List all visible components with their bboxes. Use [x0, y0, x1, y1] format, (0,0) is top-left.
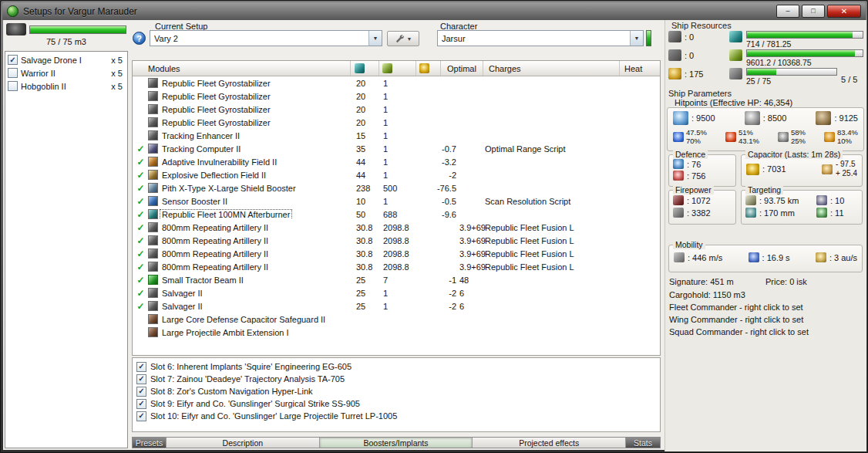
title-bar[interactable]: Setups for Vargur Marauder – □ ✕	[2, 2, 866, 20]
module-icon	[148, 262, 158, 272]
module-row[interactable]: Salvager II 25 1 -2 6	[133, 286, 660, 299]
capacitor-group: Capacitor (Lasts: 1m 28s) : 7031 - 97.5 …	[741, 154, 863, 187]
module-row[interactable]: Republic Fleet 100MN Afterburner 50 688 …	[133, 208, 660, 221]
window-controls: – □ ✕	[776, 5, 861, 18]
module-row[interactable]: 800mm Repeating Artillery II 30.8 2098.8…	[133, 247, 660, 260]
drone-name: Salvage Drone I	[21, 56, 82, 65]
module-active-check-icon	[136, 262, 146, 272]
module-row[interactable]: 800mm Repeating Artillery II 30.8 2098.8…	[133, 221, 660, 234]
price-text: Price: 0 isk	[765, 277, 807, 286]
module-row[interactable]: 800mm Repeating Artillery II 30.8 2098.8…	[133, 260, 660, 273]
scan-resolution-icon	[745, 208, 756, 218]
warp-speed-icon	[816, 252, 826, 262]
module-active-check-icon	[136, 249, 146, 259]
module-row[interactable]: Large Core Defense Capacitor Safeguard I…	[133, 313, 660, 326]
chevron-down-icon[interactable]	[368, 31, 382, 46]
implant-row[interactable]: Slot 10: Eifyr and Co. 'Gunslinger' Larg…	[134, 410, 658, 422]
module-optimal: 6	[456, 289, 484, 298]
modules-column-header[interactable]: Modules	[133, 61, 351, 76]
module-row[interactable]: 800mm Repeating Artillery II 30.8 2098.8…	[133, 234, 660, 247]
character-select[interactable]: Jarsur	[437, 30, 644, 46]
wing-commander-text[interactable]: Wing Commander - right click to set	[669, 315, 803, 324]
volley-icon	[673, 208, 684, 218]
module-active-check-icon	[136, 223, 146, 232]
module-powergrid: 688	[379, 210, 416, 219]
dps-icon	[673, 195, 684, 205]
resist-cell: 51% 43.1%	[725, 128, 759, 146]
ship-stats-panel: Ship Resources : 0 714 / 781.25 : 0 9601	[664, 20, 866, 451]
module-charge: Scan Resolution Script	[484, 197, 619, 206]
bottom-tab[interactable]: Projected effects	[473, 438, 626, 448]
drone-checkbox[interactable]	[8, 68, 18, 78]
bottom-tab[interactable]: Description	[167, 438, 320, 448]
current-setup-select[interactable]: Vary 2	[150, 30, 382, 46]
drone-bay-capacity: 75 / 75 m3	[5, 37, 128, 48]
drone-list-item[interactable]: Salvage Drone I x 5	[6, 53, 126, 66]
defence-value: : 756	[687, 171, 705, 181]
squad-commander-text[interactable]: Squad Commander - right click to set	[669, 327, 809, 336]
module-row[interactable]: Pith X-Type X-Large Shield Booster 238 5…	[133, 181, 660, 194]
heat-column-header[interactable]: Heat	[620, 61, 660, 76]
maximize-button[interactable]: □	[802, 5, 825, 18]
implant-checkbox[interactable]	[136, 374, 146, 384]
module-row[interactable]: Tracking Enhancer II 15 1	[133, 129, 660, 142]
help-icon[interactable]	[133, 32, 146, 45]
armor-resist-value: 10%	[837, 137, 858, 145]
module-row[interactable]: Small Tractor Beam II 25 7 -1 48	[133, 273, 660, 286]
implant-checkbox[interactable]	[136, 387, 146, 397]
sensor-strength-icon	[816, 208, 827, 218]
module-cap-use: -3.2	[416, 157, 456, 167]
bottom-tab[interactable]: Stats	[626, 438, 660, 448]
module-row[interactable]: Republic Fleet Gyrostabilizer 20 1	[133, 116, 660, 129]
window-frame: Setups for Vargur Marauder – □ ✕ 75 / 75…	[0, 0, 868, 453]
module-row[interactable]: Tracking Computer II 35 1 -0.7 Optimal R…	[133, 142, 660, 155]
bottom-tab[interactable]: Presets	[133, 438, 167, 448]
chevron-down-icon[interactable]	[630, 31, 643, 46]
implant-row[interactable]: Slot 7: Zainou 'Deadeye' Trajectory Anal…	[134, 373, 658, 385]
implant-row[interactable]: Slot 6: Inherent Implants 'Squire' Engin…	[134, 360, 658, 373]
turret-slots-value: : 0	[685, 32, 694, 42]
module-row[interactable]: Republic Fleet Gyrostabilizer 20 1	[133, 90, 660, 103]
module-icon	[148, 104, 158, 114]
hull-icon	[816, 111, 831, 125]
drone-checkbox[interactable]	[8, 81, 18, 91]
module-row[interactable]: Salvager II 25 1 -2 6	[133, 299, 660, 313]
module-name: Republic Fleet Gyrostabilizer	[160, 79, 272, 88]
drone-list[interactable]: Salvage Drone I x 5 Warrior II x 5 Hobgo…	[5, 51, 128, 448]
mobility-title: Mobility	[673, 240, 705, 249]
implant-checkbox[interactable]	[136, 362, 146, 372]
armor-resist-value: 43.1%	[738, 137, 759, 145]
implant-row[interactable]: Slot 8: Zor's Custom Navigation Hyper-Li…	[134, 385, 658, 397]
module-icon	[148, 288, 158, 298]
window-title: Setups for Vargur Marauder	[23, 6, 137, 17]
drone-list-item[interactable]: Hobgoblin II x 5	[6, 79, 126, 93]
close-button[interactable]: ✕	[827, 5, 861, 18]
drone-checkbox[interactable]	[8, 55, 18, 65]
module-powergrid: 1	[379, 118, 416, 127]
minimize-button[interactable]: –	[776, 5, 799, 18]
shield-resist-value: 51%	[738, 128, 759, 137]
target-range-value: : 93.75 km	[759, 196, 799, 205]
module-row[interactable]: Republic Fleet Gyrostabilizer 20 1	[133, 76, 660, 90]
optimal-column-header[interactable]: Optimal	[441, 61, 483, 76]
module-row[interactable]: Large Projectile Ambit Extension I	[133, 326, 660, 339]
charges-column-header[interactable]: Charges	[483, 61, 620, 76]
implant-checkbox[interactable]	[136, 411, 146, 421]
modules-table-header[interactable]: Modules Optimal Charges Heat	[133, 61, 660, 76]
module-row[interactable]: Republic Fleet Gyrostabilizer 20 1	[133, 103, 660, 116]
drone-list-item[interactable]: Warrior II x 5	[6, 66, 126, 79]
implant-checkbox[interactable]	[136, 399, 146, 409]
module-name: Explosive Deflection Field II	[160, 171, 267, 180]
fleet-commander-text[interactable]: Fleet Commander - right click to set	[669, 303, 803, 312]
drone-bandwidth-text: 25 / 75	[746, 76, 837, 86]
implant-row[interactable]: Slot 9: Eifyr and Co. 'Gunslinger' Surgi…	[134, 397, 658, 410]
setup-tools-button[interactable]	[387, 31, 419, 46]
module-name: Tracking Enhancer II	[160, 131, 241, 140]
bottom-tab[interactable]: Boosters/Implants	[320, 438, 473, 448]
module-row[interactable]: Explosive Deflection Field II 44 1 -2	[133, 168, 660, 181]
module-icon	[148, 78, 158, 88]
modules-table: Modules Optimal Charges Heat	[132, 60, 661, 356]
module-row[interactable]: Sensor Booster II 10 1 -0.5 Scan Resolut…	[133, 194, 660, 208]
module-row[interactable]: Adaptive Invulnerability Field II 44 1 -…	[133, 155, 660, 168]
resists-row: 47.5% 70% 51% 43.1%	[668, 125, 863, 146]
